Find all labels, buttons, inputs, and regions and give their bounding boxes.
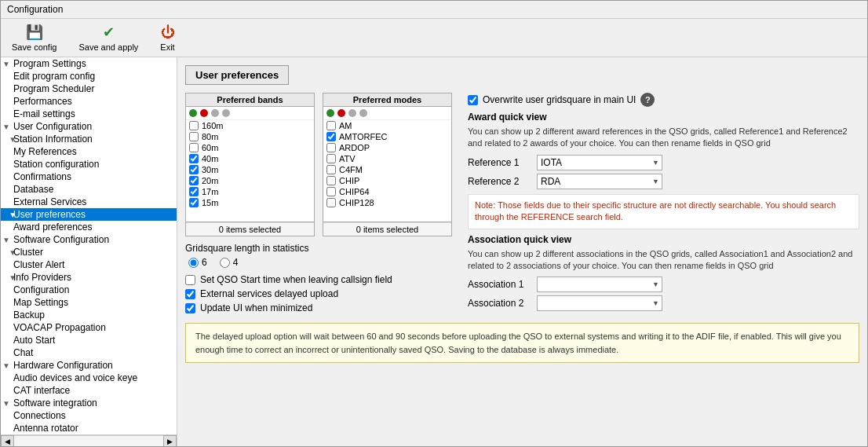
scroll-left-arrow[interactable]: ◀ — [1, 435, 14, 447]
sidebar-item-my-references[interactable]: My References — [1, 145, 177, 158]
sidebar-item-voacap[interactable]: VOACAP Propagation — [1, 321, 177, 334]
bands-green-dot[interactable] — [189, 109, 197, 117]
overwrite-gridsquare-label: Overwrite user gridsquare in main UI — [483, 94, 636, 105]
mode-checkbox-chip64[interactable] — [326, 187, 336, 196]
sidebar-item-auto-start[interactable]: Auto Start — [1, 334, 177, 346]
option-checkbox-update-ui[interactable] — [185, 303, 195, 313]
radio-6-label: 6 — [202, 257, 207, 268]
band-checkbox-15m[interactable] — [189, 198, 199, 207]
help-icon[interactable]: ? — [640, 93, 655, 107]
mode-checkbox-amtorfec[interactable] — [326, 132, 336, 141]
sidebar-item-software-configuration[interactable]: ▼Software Configuration — [1, 233, 177, 246]
sidebar-item-label-user-configuration: User Configuration — [13, 121, 92, 132]
overwrite-gridsquare-checkbox[interactable] — [468, 95, 478, 105]
assoc-quick-view-desc: You can show up 2 different associations… — [468, 248, 859, 273]
band-checkbox-20m[interactable] — [189, 176, 199, 185]
modes-gray-dot1[interactable] — [348, 109, 356, 117]
sidebar-item-configuration[interactable]: Configuration — [1, 284, 177, 296]
modes-panel-header: Preferred modes — [323, 93, 451, 107]
sidebar-item-chat[interactable]: Chat — [1, 346, 177, 359]
sidebar-item-software-integration[interactable]: ▼Software integration — [1, 397, 177, 409]
band-checkbox-60m[interactable] — [189, 143, 199, 152]
mode-checkbox-c4fm[interactable] — [326, 165, 336, 174]
band-checkbox-30m[interactable] — [189, 165, 199, 174]
sidebar-item-label-chat: Chat — [13, 347, 33, 358]
mode-item-chip: CHIP — [323, 175, 451, 186]
bands-status: 0 items selected — [186, 222, 314, 236]
band-item-15m: 15m — [186, 197, 314, 208]
sidebar-item-performances[interactable]: Performances — [1, 95, 177, 108]
modes-green-dot[interactable] — [326, 109, 334, 117]
sidebar-item-station-configuration[interactable]: Station configuration — [1, 158, 177, 170]
mode-label-atv: ATV — [339, 154, 356, 163]
mode-checkbox-chip128[interactable] — [326, 198, 336, 207]
sidebar-item-cluster-alert[interactable]: Cluster Alert — [1, 258, 177, 271]
mode-checkbox-ardop[interactable] — [326, 143, 336, 152]
sidebar-item-antenna-rotator[interactable]: Antenna rotator — [1, 422, 177, 434]
sidebar-item-label-user-preferences: User preferences — [13, 209, 86, 220]
sidebar-item-label-my-references: My References — [13, 146, 77, 157]
bands-gray-dot2[interactable] — [222, 109, 230, 117]
reference2-select[interactable]: IOTA RDA SOTA POTA WWFF — [537, 174, 662, 189]
mode-checkbox-chip[interactable] — [326, 176, 336, 185]
band-checkbox-17m[interactable] — [189, 187, 199, 196]
sidebar-item-label-station-information: Station Information — [13, 134, 93, 145]
sidebar-item-user-configuration[interactable]: ▼User Configuration — [1, 120, 177, 133]
sidebar-item-confirmations[interactable]: Confirmations — [1, 170, 177, 183]
option-checkbox-external-upload[interactable] — [185, 289, 195, 299]
sidebar-item-program-settings[interactable]: ▼Program Settings — [1, 57, 177, 70]
assoc1-row: Association 1 IOTA RDA SOTA — [468, 277, 859, 292]
right-panel: Overwrite user gridsquare in main UI ? A… — [468, 93, 859, 317]
sidebar-item-map-settings[interactable]: Map Settings — [1, 296, 177, 309]
sidebar-item-email-settings[interactable]: E-mail settings — [1, 108, 177, 120]
sidebar-item-cat-interface[interactable]: CAT interface — [1, 384, 177, 397]
mode-label-chip64: CHIP64 — [339, 187, 370, 196]
sidebar-item-program-scheduler[interactable]: Program Scheduler — [1, 82, 177, 95]
sidebar-item-external-services[interactable]: External Services — [1, 196, 177, 208]
sidebar-item-hardware-configuration[interactable]: ▼Hardware Configuration — [1, 359, 177, 372]
band-checkbox-40m[interactable] — [189, 154, 199, 163]
reference1-row: Reference 1 IOTA RDA SOTA POTA WWFF — [468, 155, 859, 170]
scroll-right-arrow[interactable]: ▶ — [163, 435, 177, 447]
sidebar-item-database[interactable]: Database — [1, 183, 177, 196]
band-label-17m: 17m — [202, 187, 218, 196]
option-checkbox-qso-start[interactable] — [185, 275, 195, 285]
modes-gray-dot2[interactable] — [359, 109, 367, 117]
sidebar-item-user-preferences[interactable]: ▼User preferences — [1, 208, 177, 221]
bands-gray-dot1[interactable] — [211, 109, 219, 117]
modes-red-dot[interactable] — [337, 109, 345, 117]
band-checkbox-80m[interactable] — [189, 132, 199, 141]
radio-4-input[interactable] — [220, 258, 230, 268]
exit-button[interactable]: ⏻ Exit — [155, 23, 179, 53]
sidebar-item-edit-program-config[interactable]: Edit program config — [1, 70, 177, 82]
assoc1-select[interactable]: IOTA RDA SOTA — [537, 277, 662, 292]
gridsquare-radio-6[interactable]: 6 — [188, 257, 207, 268]
save-config-button[interactable]: 💾 Save config — [7, 22, 61, 53]
reference1-select[interactable]: IOTA RDA SOTA POTA WWFF — [537, 155, 662, 170]
mode-label-ardop: ARDOP — [339, 143, 370, 152]
bands-red-dot[interactable] — [200, 109, 208, 117]
option-label-update-ui: Update UI when minimized — [200, 302, 312, 313]
save-apply-button[interactable]: ✔ Save and apply — [74, 22, 143, 53]
sidebar-item-connections[interactable]: Connections — [1, 409, 177, 422]
sidebar-item-audio-devices[interactable]: Audio devices and voice keye — [1, 372, 177, 384]
sidebar-item-label-cat-interface: CAT interface — [13, 385, 70, 396]
band-label-15m: 15m — [202, 198, 218, 207]
band-item-20m: 20m — [186, 175, 314, 186]
option-row-external-upload: External services delayed upload — [185, 288, 452, 299]
mode-checkbox-atv[interactable] — [326, 154, 336, 163]
sidebar-item-award-preferences[interactable]: Award preferences — [1, 221, 177, 233]
overwrite-gridsquare-row: Overwrite user gridsquare in main UI ? — [468, 93, 859, 107]
mode-checkbox-am[interactable] — [326, 121, 336, 130]
sidebar-item-info-providers[interactable]: ▼Info Providers — [1, 271, 177, 284]
sidebar-item-backup[interactable]: Backup — [1, 309, 177, 321]
assoc1-label: Association 1 — [468, 279, 531, 290]
assoc2-select[interactable]: IOTA RDA SOTA — [537, 295, 662, 311]
gridsquare-radio-4[interactable]: 4 — [220, 257, 239, 268]
radio-6-input[interactable] — [188, 258, 199, 268]
sidebar-item-cluster[interactable]: ▼Cluster — [1, 246, 177, 258]
toolbar: 💾 Save config ✔ Save and apply ⏻ Exit — [1, 19, 867, 57]
sidebar-item-station-information[interactable]: ▼Station Information — [1, 133, 177, 145]
band-checkbox-160m[interactable] — [189, 121, 199, 130]
modes-panel-controls — [323, 107, 451, 120]
